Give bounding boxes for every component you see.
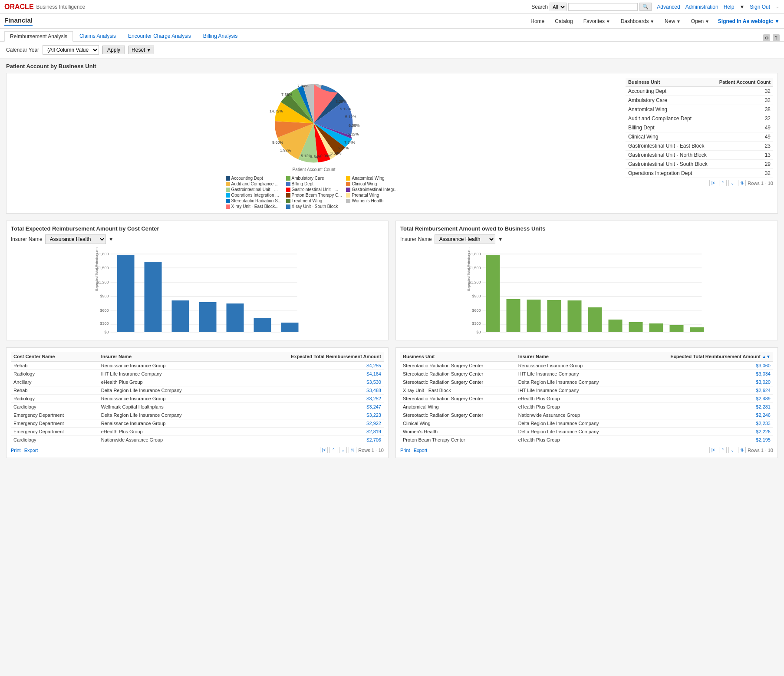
tab-claims-analysis[interactable]: Claims Analysis xyxy=(74,31,122,41)
legend-clinical: Clinical Wing xyxy=(346,181,402,186)
svg-text:$0: $0 xyxy=(104,330,109,334)
business-unit-cell: Operations Integration Dept xyxy=(626,169,714,178)
business-unit-cell: Gastrointestinal Unit - South Block xyxy=(626,160,714,169)
left-pag-down[interactable]: ⌄ xyxy=(339,447,347,453)
table-row: Clinical WingDelta Region Life Insurance… xyxy=(400,419,773,428)
search-label: Search xyxy=(531,4,548,10)
bi-label: Business Intelligence xyxy=(36,4,86,10)
svg-rect-44 xyxy=(281,323,299,332)
legend-operations: Gastrointestinal Integr... xyxy=(346,187,402,192)
catalog-nav-btn[interactable]: Catalog xyxy=(553,17,574,25)
table-row: Stereotactic Radiation Surgery CenterIHT… xyxy=(400,370,773,378)
svg-text:$900: $900 xyxy=(472,294,481,298)
amount-cell: $2,195 xyxy=(631,436,773,444)
svg-text:5.12%: 5.12% xyxy=(348,132,359,136)
legend-treatment: Treatment Wing xyxy=(286,198,342,203)
legend-womens: Women's Health xyxy=(346,198,402,203)
left-export-link[interactable]: Export xyxy=(24,448,38,453)
svg-rect-37 xyxy=(199,302,217,332)
favorites-nav-btn[interactable]: Favorites xyxy=(582,17,612,25)
home-nav-btn[interactable]: Home xyxy=(529,17,546,25)
search-input[interactable] xyxy=(568,3,638,11)
signout-link[interactable]: Sign Out xyxy=(750,4,770,10)
svg-rect-74 xyxy=(568,300,582,332)
svg-text:4.64%: 4.64% xyxy=(310,155,322,159)
svg-rect-77 xyxy=(588,307,602,332)
help-tab-icon[interactable]: ? xyxy=(773,34,780,41)
left-insurer-arrow[interactable]: ▼ xyxy=(109,236,114,242)
more-options-icon[interactable]: ··· xyxy=(775,4,780,10)
right-insurer-select[interactable]: Assurance Health xyxy=(435,234,495,244)
table-row: Stereotactic Radiation Surgery CenterDel… xyxy=(400,378,773,386)
amount-cell: $2,226 xyxy=(631,428,773,436)
amount-cell: $2,624 xyxy=(631,386,773,395)
amount-cell: $2,281 xyxy=(631,403,773,411)
amount-cell: $2,489 xyxy=(631,395,773,403)
insurer-cell: Wellmark Capital Healthplans xyxy=(99,403,234,411)
reset-button[interactable]: Reset ▼ xyxy=(128,46,154,54)
svg-text:6.08%: 6.08% xyxy=(349,123,360,128)
table-row: Audit and Compliance Dept32 xyxy=(626,114,773,123)
left-pag-first[interactable]: |< xyxy=(320,447,328,453)
count-cell: 32 xyxy=(714,87,773,96)
svg-text:14.72%: 14.72% xyxy=(270,109,283,113)
left-pag-sort[interactable]: ⇅ xyxy=(349,447,356,453)
right-print-link[interactable]: Print xyxy=(400,448,410,453)
help-arrow: ▼ xyxy=(739,4,744,10)
tab-reimbursement-analysis[interactable]: Reimbursement Analysis xyxy=(4,31,73,42)
right-pag-sort[interactable]: ⇅ xyxy=(738,447,746,453)
left-insurer-select[interactable]: Assurance Health xyxy=(45,234,106,244)
cost-center-cell: Emergency Department xyxy=(11,428,99,436)
pag-sort-btn[interactable]: ⇅ xyxy=(738,180,746,186)
svg-text:9.60%: 9.60% xyxy=(272,140,283,145)
help-link[interactable]: Help xyxy=(724,4,735,10)
pie-legend: Accounting Dept Ambulatory Care Anatomic… xyxy=(226,176,402,209)
pag-prev-btn[interactable]: ⌃ xyxy=(719,180,727,186)
business-unit-cell: Clinical Wing xyxy=(626,132,714,142)
insurer-cell: eHealth Plus Group xyxy=(516,395,632,403)
business-unit-cell: Women's Health xyxy=(400,428,516,436)
search-type-select[interactable]: All xyxy=(550,3,567,11)
left-col3-header[interactable]: Expected Total Reimbursement Amount xyxy=(234,352,384,361)
legend-gastro-n: Gastrointestinal Unit - ... xyxy=(286,187,342,192)
svg-text:5.12%: 5.12% xyxy=(345,115,356,119)
right-pag-down[interactable]: ⌄ xyxy=(728,447,736,453)
insurer-cell: eHealth Plus Group xyxy=(99,378,234,386)
calendar-year-select[interactable]: (All Column Value xyxy=(43,45,99,55)
right-pag-first[interactable]: |< xyxy=(709,447,717,453)
count-cell: 32 xyxy=(714,96,773,105)
pag-next-btn[interactable]: ⌄ xyxy=(728,180,736,186)
right-pag-up[interactable]: ⌃ xyxy=(719,447,727,453)
svg-text:$600: $600 xyxy=(472,308,481,313)
open-nav-btn[interactable]: Open xyxy=(689,17,711,25)
second-nav-right: Home Catalog Favorites Dashboards New Op… xyxy=(529,17,780,25)
right-insurer-arrow[interactable]: ▼ xyxy=(498,236,503,242)
count-cell: 38 xyxy=(714,105,773,114)
filter-bar: Calendar Year (All Column Value Apply Re… xyxy=(0,42,784,59)
right-col3-header[interactable]: Expected Total Reimbursement Amount ▲▼ xyxy=(631,352,773,361)
settings-icon[interactable]: ⚙ xyxy=(763,34,770,41)
search-button[interactable]: 🔍 xyxy=(639,3,652,11)
apply-button[interactable]: Apply xyxy=(102,46,125,54)
table-row: Billing Dept49 xyxy=(626,123,773,132)
tab-encounter-charge-analysis[interactable]: Encounter Charge Analysis xyxy=(122,31,197,41)
amount-cell: $3,060 xyxy=(631,361,773,370)
top-navigation-bar: ORACLE Business Intelligence Search All … xyxy=(0,0,784,14)
dashboards-nav-btn[interactable]: Dashboards xyxy=(619,17,656,25)
svg-text:$300: $300 xyxy=(100,321,109,326)
legend-audit: Audit and Compliance ... xyxy=(226,181,282,186)
svg-text:$900: $900 xyxy=(100,294,109,298)
oracle-logo: ORACLE xyxy=(4,3,34,11)
table-row: Emergency DepartmentDelta Region Life In… xyxy=(11,411,384,419)
right-export-link[interactable]: Export xyxy=(414,448,428,453)
advanced-link[interactable]: Advanced xyxy=(657,4,680,10)
administration-link[interactable]: Administration xyxy=(685,4,718,10)
left-pag-up[interactable]: ⌃ xyxy=(329,447,337,453)
new-nav-btn[interactable]: New xyxy=(663,17,682,25)
left-print-link[interactable]: Print xyxy=(11,448,21,453)
pag-first-btn[interactable]: |< xyxy=(709,180,717,186)
business-unit-cell: Anatomical Wing xyxy=(626,105,714,114)
right-table-footer: Print Export |< ⌃ ⌄ ⇅ Rows 1 - 10 xyxy=(400,447,773,453)
tab-billing-analysis[interactable]: Billing Analysis xyxy=(198,31,243,41)
cost-center-cell: Rehab xyxy=(11,386,99,395)
